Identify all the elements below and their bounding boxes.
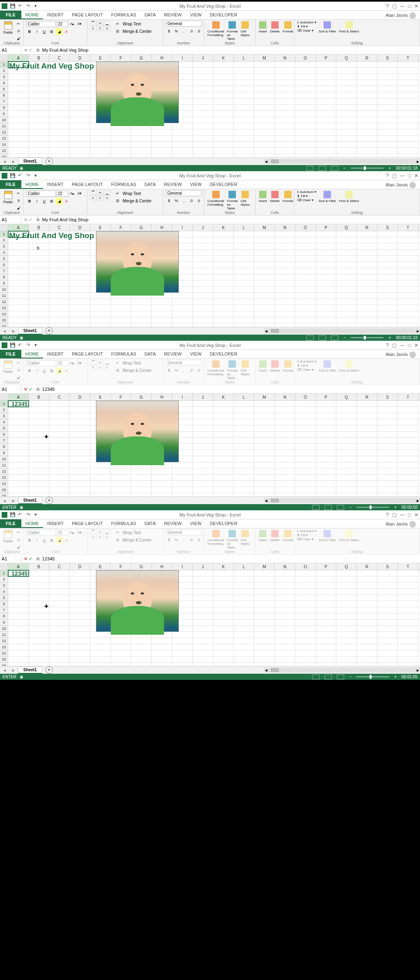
cell-H13[interactable]	[152, 644, 172, 650]
cell-H12[interactable]	[152, 638, 172, 644]
cell-S1[interactable]	[377, 62, 398, 68]
cell-D12[interactable]	[70, 129, 90, 135]
cell-P10[interactable]	[316, 456, 336, 462]
fill-button[interactable]: ⬇ Fill ▾	[297, 194, 316, 198]
cell-A16[interactable]	[8, 324, 29, 327]
tab-view[interactable]: VIEW	[186, 11, 205, 19]
cell-J2[interactable]	[193, 576, 213, 583]
cell-L6[interactable]	[234, 262, 254, 268]
cell-K15[interactable]	[213, 656, 234, 663]
cell-L14[interactable]	[234, 311, 254, 317]
cell-P11[interactable]	[316, 293, 336, 299]
col-header-H[interactable]: H	[152, 55, 172, 61]
cell-Q11[interactable]	[336, 123, 357, 129]
minimize-icon[interactable]: —	[400, 3, 405, 9]
formula-input[interactable]: 12345	[41, 386, 420, 392]
cell-L16[interactable]	[234, 493, 254, 496]
cell-Q16[interactable]	[336, 493, 357, 496]
cell-T6[interactable]	[398, 601, 418, 607]
enter-icon[interactable]: ✓	[29, 48, 32, 53]
col-header-D[interactable]: D	[70, 224, 90, 231]
cell-A15[interactable]	[8, 487, 29, 493]
cell-O9[interactable]	[295, 111, 316, 117]
cell-D13[interactable]	[70, 135, 90, 142]
cell-O1[interactable]	[295, 231, 316, 237]
cell-C8[interactable]	[49, 613, 70, 620]
cell-T14[interactable]	[398, 311, 418, 317]
col-header-A[interactable]: A	[8, 394, 29, 400]
cell-P13[interactable]	[316, 135, 336, 142]
cell-O8[interactable]	[295, 105, 316, 111]
cell-R12[interactable]	[357, 638, 377, 644]
cell-Q12[interactable]	[336, 299, 357, 305]
cell-C5[interactable]	[49, 595, 70, 601]
cell-O13[interactable]	[295, 475, 316, 481]
cell-I11[interactable]	[172, 632, 193, 638]
col-header-O[interactable]: O	[295, 563, 316, 570]
cell-Q12[interactable]	[336, 468, 357, 475]
align-middle-icon[interactable]: ═	[97, 190, 103, 195]
worksheet-grid[interactable]: ABCDEFGHIJKLMNOPQRST 1123452345678910111…	[0, 563, 420, 666]
zoom-out-icon[interactable]: −	[343, 335, 346, 340]
tab-home[interactable]: HOME	[21, 519, 43, 528]
cell-D4[interactable]	[70, 589, 90, 595]
tab-data[interactable]: DATA	[140, 11, 160, 19]
cell-Q10[interactable]	[336, 287, 357, 293]
cell-A10[interactable]	[8, 456, 29, 462]
cell-G16[interactable]	[131, 663, 152, 666]
cell-J8[interactable]	[193, 105, 213, 111]
cell-K1[interactable]	[213, 570, 234, 576]
col-header-E[interactable]: E	[90, 563, 111, 570]
cell-Q9[interactable]	[336, 450, 357, 456]
tab-file[interactable]: FILE	[0, 11, 21, 19]
cancel-entry-icon[interactable]: ✕	[24, 387, 27, 392]
cell-S6[interactable]	[377, 262, 398, 268]
undo-icon[interactable]: ↶	[18, 342, 24, 348]
clear-button[interactable]: ⌫ Clear ▾	[297, 198, 316, 202]
col-header-L[interactable]: L	[234, 394, 254, 400]
cell-O3[interactable]	[295, 74, 316, 80]
cell-B10[interactable]	[29, 456, 49, 462]
font-name-select[interactable]	[26, 360, 56, 366]
cell-S15[interactable]	[377, 487, 398, 493]
zoom-out-icon[interactable]: −	[349, 675, 352, 679]
cell-B9[interactable]	[29, 450, 49, 456]
cell-F15[interactable]	[111, 487, 131, 493]
cell-A8[interactable]	[8, 444, 29, 450]
zoom-in-icon[interactable]: +	[388, 335, 391, 340]
paste-button[interactable]: Paste	[2, 529, 14, 544]
cell-C4[interactable]	[49, 250, 70, 256]
cell-D6[interactable]	[70, 431, 90, 438]
cell-C4[interactable]	[49, 419, 70, 425]
cell-M1[interactable]	[254, 62, 275, 68]
cell-E13[interactable]	[90, 644, 111, 650]
cell-S8[interactable]	[377, 274, 398, 280]
cell-N16[interactable]	[275, 324, 295, 327]
cell-C7[interactable]	[49, 438, 70, 444]
cell-B15[interactable]	[29, 487, 49, 493]
cell-D1[interactable]	[70, 570, 90, 576]
qat-more-icon[interactable]: ▾	[34, 342, 40, 348]
cell-N8[interactable]	[275, 105, 295, 111]
cell-N2[interactable]	[275, 237, 295, 243]
macro-record-icon[interactable]: ◉	[20, 675, 23, 679]
clear-button[interactable]: ⌫ Clear ▾	[297, 29, 316, 32]
cell-N16[interactable]	[275, 493, 295, 496]
tab-page-layout[interactable]: PAGE LAYOUT	[68, 519, 107, 528]
cell-L11[interactable]	[234, 462, 254, 468]
cell-P7[interactable]	[316, 607, 336, 613]
cell-T12[interactable]	[398, 638, 418, 644]
cell-O14[interactable]	[295, 142, 316, 148]
cell-A7[interactable]	[8, 607, 29, 613]
cell-M5[interactable]	[254, 86, 275, 92]
undo-icon[interactable]: ↶	[18, 512, 24, 518]
cell-O8[interactable]	[295, 444, 316, 450]
cell-J11[interactable]	[193, 632, 213, 638]
cell-A7[interactable]	[8, 438, 29, 444]
cell-P4[interactable]	[316, 80, 336, 86]
cell-S4[interactable]	[377, 589, 398, 595]
cell-T11[interactable]	[398, 462, 418, 468]
cell-J9[interactable]	[193, 111, 213, 117]
wrap-text-icon[interactable]: ↵	[114, 190, 121, 197]
cell-Q2[interactable]	[336, 237, 357, 243]
